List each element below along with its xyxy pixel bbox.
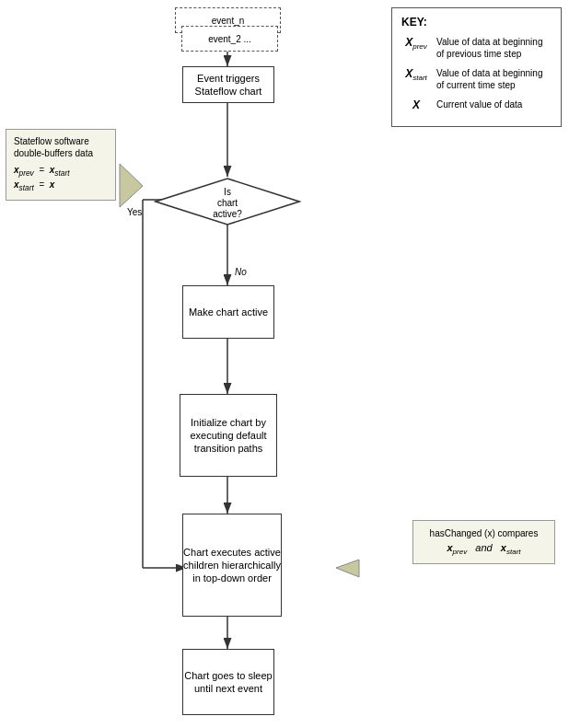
stateflow-formulas: xprev = xstart xstart = x: [14, 165, 108, 192]
sleep-box: Chart goes to sleep until next event: [182, 649, 274, 715]
no-label: No: [235, 267, 247, 277]
svg-marker-10: [120, 164, 143, 207]
executes-box: Chart executes active children hierarchi…: [182, 514, 282, 617]
key-box: KEY: Xprev Value of data at beginning of…: [391, 7, 562, 127]
stateflow-formula1: xprev = xstart: [14, 165, 108, 178]
yes-label: Yes: [127, 207, 142, 217]
key-symbol-start: Xstart: [401, 67, 431, 82]
stateflow-formula2: xstart = x: [14, 179, 108, 192]
haschanged-box: hasChanged (x) compares xprev and xstart: [412, 520, 555, 564]
svg-marker-11: [336, 560, 359, 577]
initialize-box: Initialize chart by executing default tr…: [180, 394, 277, 477]
svg-text:Is: Is: [224, 187, 231, 197]
haschanged-formula: xprev and xstart: [423, 542, 545, 556]
key-symbol-prev: Xprev: [401, 36, 431, 51]
key-desc-x: Current value of data: [436, 98, 522, 110]
event-triggers-box: Event triggers Stateflow chart: [182, 66, 274, 103]
key-symbol-x: X: [401, 98, 431, 111]
key-row-start: Xstart Value of data at beginning of cur…: [401, 67, 552, 91]
stateflow-title: Stateflow software double-buffers data: [14, 135, 108, 159]
key-title: KEY:: [401, 16, 552, 29]
is-chart-active-diamond: Is chart active?: [154, 177, 301, 227]
key-row-prev: Xprev Value of data at beginning of prev…: [401, 36, 552, 60]
make-chart-active-box: Make chart active: [182, 285, 274, 339]
key-desc-prev: Value of data at beginning of previous t…: [436, 36, 552, 60]
svg-text:chart: chart: [217, 198, 238, 208]
diagram-container: event_n event_2 ... Event triggers State…: [0, 0, 569, 728]
svg-text:active?: active?: [213, 209, 242, 219]
event-2-box: event_2 ...: [181, 26, 278, 52]
key-row-x: X Current value of data: [401, 98, 552, 111]
key-desc-start: Value of data at beginning of current ti…: [436, 67, 552, 91]
haschanged-title: hasChanged (x) compares: [423, 528, 545, 538]
stateflow-box: Stateflow software double-buffers data x…: [6, 129, 116, 201]
